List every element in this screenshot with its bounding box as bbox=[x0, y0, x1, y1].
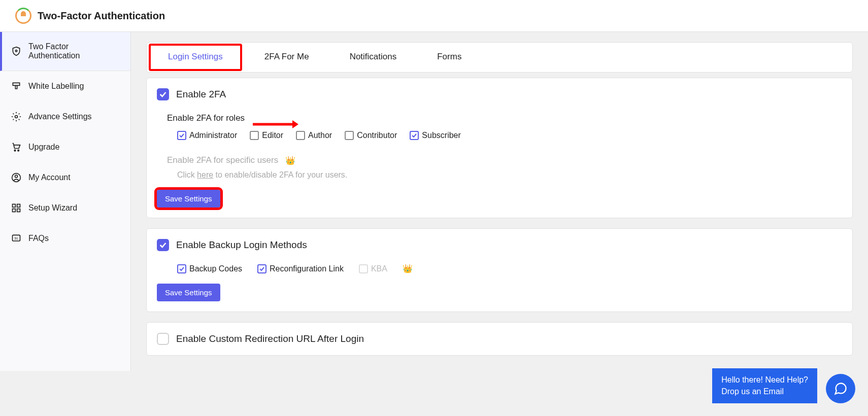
tab-2fa-for-me[interactable]: 2FA For Me bbox=[244, 43, 329, 72]
main-content: Login Settings 2FA For Me Notifications … bbox=[131, 32, 868, 371]
crown-icon: 👑 bbox=[403, 264, 413, 273]
specific-users-hint: Click here to enable/disable 2FA for you… bbox=[177, 170, 842, 180]
backup-title: Enable Backup Login Methods bbox=[176, 239, 307, 251]
redirect-title: Enable Custom Redirection URL After Logi… bbox=[176, 333, 364, 344]
reconfig-checkbox[interactable] bbox=[257, 264, 266, 273]
backup-codes-checkbox[interactable] bbox=[177, 264, 186, 273]
sidebar-item-whitelabel[interactable]: White Labelling bbox=[0, 71, 130, 101]
crown-icon: 👑 bbox=[285, 156, 295, 165]
role-label: Administrator bbox=[189, 131, 237, 140]
brush-icon bbox=[11, 81, 21, 91]
specific-users-heading: Enable 2FA for specific users 👑 bbox=[167, 155, 842, 165]
role-label: Contributor bbox=[357, 131, 397, 140]
svg-text:?!: ?! bbox=[14, 236, 18, 241]
redirect-card: Enable Custom Redirection URL After Logi… bbox=[146, 322, 853, 356]
sidebar-item-label: FAQs bbox=[28, 234, 49, 243]
save-settings-button[interactable]: Save Settings bbox=[157, 284, 220, 301]
enable-redirect-checkbox[interactable] bbox=[157, 333, 169, 345]
enable-backup-checkbox[interactable] bbox=[157, 239, 169, 251]
save-settings-button[interactable]: Save Settings bbox=[157, 190, 220, 207]
backup-methods-card: Enable Backup Login Methods Backup Codes… bbox=[146, 228, 853, 312]
shield-icon bbox=[11, 46, 21, 56]
tab-notifications[interactable]: Notifications bbox=[329, 43, 417, 72]
cart-icon bbox=[11, 142, 21, 152]
tab-bar: Login Settings 2FA For Me Notifications … bbox=[146, 42, 853, 73]
check-icon bbox=[159, 241, 167, 249]
svg-point-1 bbox=[15, 116, 18, 118]
role-label: Subscriber bbox=[422, 131, 460, 140]
user-icon bbox=[11, 172, 21, 183]
sidebar-item-label: Upgrade bbox=[28, 143, 59, 152]
svg-point-3 bbox=[18, 150, 19, 151]
faq-icon: ?! bbox=[11, 233, 21, 244]
sidebar-item-label: Setup Wizard bbox=[28, 203, 77, 213]
gear-icon bbox=[11, 112, 21, 122]
svg-rect-8 bbox=[13, 209, 16, 212]
enable-2fa-checkbox[interactable] bbox=[157, 88, 169, 100]
here-link[interactable]: here bbox=[197, 170, 213, 179]
kba-checkbox[interactable] bbox=[359, 264, 368, 273]
enable-2fa-title: Enable 2FA bbox=[176, 89, 226, 100]
sidebar-item-upgrade[interactable]: Upgrade bbox=[0, 132, 130, 162]
role-author-checkbox[interactable] bbox=[296, 131, 305, 140]
sidebar-item-label: Advance Settings bbox=[28, 112, 92, 121]
svg-rect-6 bbox=[13, 204, 16, 207]
svg-rect-7 bbox=[17, 204, 20, 207]
kba-label: KBA bbox=[371, 264, 387, 273]
role-contributor-checkbox[interactable] bbox=[345, 131, 354, 140]
check-icon bbox=[259, 266, 265, 272]
sidebar: Two Factor Authentication White Labellin… bbox=[0, 32, 131, 371]
role-administrator-checkbox[interactable] bbox=[177, 131, 186, 140]
check-icon bbox=[179, 132, 185, 138]
tab-login-settings[interactable]: Login Settings bbox=[150, 45, 241, 70]
role-label: Author bbox=[308, 131, 332, 140]
svg-point-2 bbox=[14, 150, 16, 151]
svg-marker-13 bbox=[292, 120, 298, 128]
sidebar-item-account[interactable]: My Account bbox=[0, 162, 130, 193]
page-header: Two-Factor Authentication bbox=[0, 0, 868, 32]
sidebar-item-label: Two Factor Authentication bbox=[28, 42, 121, 60]
grid-icon bbox=[11, 203, 21, 213]
role-editor-checkbox[interactable] bbox=[250, 131, 259, 140]
roles-row: Administrator Editor Author Contributor … bbox=[177, 131, 842, 140]
sidebar-item-wizard[interactable]: Setup Wizard bbox=[0, 193, 130, 223]
sidebar-item-label: White Labelling bbox=[28, 82, 84, 91]
backup-row: Backup Codes Reconfiguration Link KBA 👑 bbox=[177, 264, 842, 273]
reconfig-label: Reconfiguration Link bbox=[270, 264, 344, 273]
backup-codes-label: Backup Codes bbox=[189, 264, 242, 273]
enable-2fa-card: Enable 2FA Enable 2FA for roles Administ… bbox=[146, 78, 853, 218]
sidebar-item-label: My Account bbox=[28, 173, 71, 182]
role-subscriber-checkbox[interactable] bbox=[410, 131, 419, 140]
svg-point-5 bbox=[15, 175, 18, 178]
svg-rect-9 bbox=[17, 209, 20, 212]
role-label: Editor bbox=[262, 131, 283, 140]
sidebar-item-advance[interactable]: Advance Settings bbox=[0, 101, 130, 132]
check-icon bbox=[179, 266, 185, 272]
svg-point-0 bbox=[15, 50, 17, 52]
logo-icon bbox=[15, 8, 31, 24]
page-title: Two-Factor Authentication bbox=[38, 10, 165, 22]
check-icon bbox=[411, 132, 417, 138]
sidebar-item-2fa[interactable]: Two Factor Authentication bbox=[0, 32, 130, 71]
check-icon bbox=[159, 90, 167, 98]
help-bubble[interactable]: Hello there! Need Help? Drop us an Email bbox=[712, 368, 817, 371]
sidebar-item-faqs[interactable]: ?! FAQs bbox=[0, 223, 130, 254]
arrow-annotation-icon bbox=[253, 119, 298, 131]
tab-forms[interactable]: Forms bbox=[417, 43, 482, 72]
